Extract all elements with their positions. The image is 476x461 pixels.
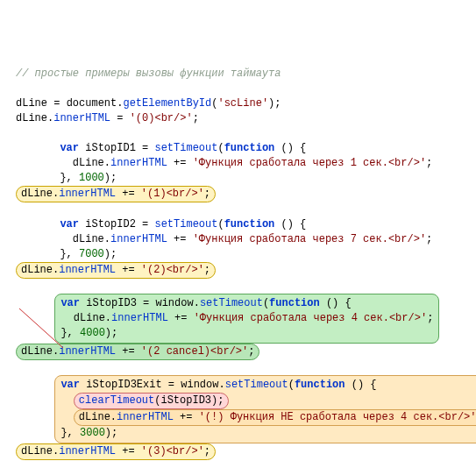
code-line: var iStopID1 = setTimeout(function () { [16, 142, 306, 154]
highlight-yellow: dLine.innerHTML += '(3)<br/>'; [16, 443, 216, 460]
highlight-orange: dLine.innerHTML += '(!) Функция НЕ срабо… [74, 409, 476, 426]
highlight-pink: clearTimeout(iStopID3); [74, 393, 230, 409]
code-line: dLine.innerHTML += 'Функция сработала че… [16, 157, 432, 169]
code-line: dLine.innerHTML += 'Функция сработала че… [16, 233, 432, 245]
code-line: }, 7000); [16, 248, 117, 260]
code-line: dLine = document.getElementById('scLine'… [16, 97, 281, 110]
code-line: dLine.innerHTML = '(0)<br/>'; [16, 112, 199, 124]
highlight-yellow: dLine.innerHTML += '(2)<br/>'; [16, 262, 216, 279]
highlight-yellow: dLine.innerHTML += '(1)<br/>'; [16, 186, 216, 202]
code-line: var iStopID2 = setTimeout(function () { [16, 218, 306, 230]
code-comment: // простые примеры вызовы функции таймау… [16, 67, 281, 80]
code-line: }, 1000); [16, 172, 117, 184]
highlight-green: dLine.innerHTML += '(2 cancel)<br/>'; [16, 344, 259, 360]
highlight-orange-box: var iStopID3Exit = window.setTimeout(fun… [54, 375, 476, 443]
highlight-green-box: var iStopID3 = window.setTimeout(functio… [54, 294, 439, 344]
